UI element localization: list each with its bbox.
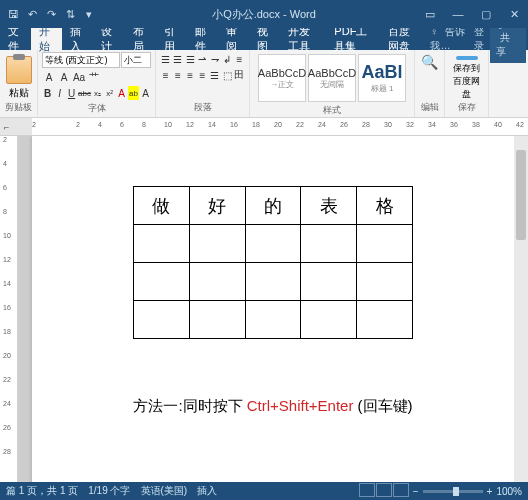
justify-icon[interactable]: ≡	[197, 68, 208, 82]
table-cell[interactable]	[245, 225, 301, 263]
table-cell[interactable]	[134, 301, 190, 339]
group-clipboard-label: 剪贴板	[5, 101, 32, 115]
table-cell[interactable]: 做	[134, 187, 190, 225]
font-color-button[interactable]: A	[116, 86, 127, 100]
style-nospacing[interactable]: AaBbCcD 无间隔	[308, 54, 356, 102]
ribbon-options-icon[interactable]: ▭	[416, 0, 444, 28]
group-paragraph-label: 段落	[160, 101, 245, 115]
method-text: 方法一:同时按下 Ctrl+Shift+Enter (回车键)	[72, 397, 474, 416]
table-cell[interactable]	[357, 263, 413, 301]
multilevel-icon[interactable]: ☰	[185, 52, 196, 66]
group-save-label: 保存	[458, 101, 476, 115]
qat-more-icon[interactable]: ▾	[80, 5, 98, 23]
shrink-font-icon[interactable]: A	[57, 70, 71, 84]
table-cell[interactable]: 表	[301, 187, 357, 225]
table-cell[interactable]	[301, 225, 357, 263]
grow-font-icon[interactable]: A	[42, 70, 56, 84]
table-cell[interactable]	[357, 301, 413, 339]
show-marks-icon[interactable]: ≡	[234, 52, 245, 66]
status-words[interactable]: 1/19 个字	[88, 484, 130, 498]
zoom-out-button[interactable]: −	[413, 486, 419, 497]
font-name-select[interactable]: 等线 (西文正文)	[42, 52, 120, 68]
font-size-select[interactable]: 小二	[121, 52, 151, 68]
table-cell[interactable]	[189, 263, 245, 301]
cloud-save-icon[interactable]	[456, 56, 478, 60]
borders-icon[interactable]: 田	[234, 68, 245, 82]
table-cell[interactable]	[357, 225, 413, 263]
status-page[interactable]: 篇 1 页，共 1 页	[6, 484, 78, 498]
minimize-icon[interactable]: —	[444, 0, 472, 28]
scrollbar-thumb[interactable]	[516, 150, 526, 240]
close-icon[interactable]: ✕	[500, 0, 528, 28]
vertical-ruler[interactable]: 246810121416182022242628	[0, 136, 18, 482]
vertical-scrollbar[interactable]	[514, 136, 528, 482]
view-mode-buttons[interactable]	[358, 483, 409, 499]
italic-button[interactable]: I	[54, 86, 65, 100]
indent-dec-icon[interactable]: ⇀	[197, 52, 208, 66]
status-insert[interactable]: 插入	[197, 484, 217, 498]
qat-save-icon[interactable]: 🖫	[4, 5, 22, 23]
superscript-button[interactable]: x²	[104, 86, 115, 100]
align-center-icon[interactable]: ≡	[172, 68, 183, 82]
document-table[interactable]: 做好的表格	[133, 186, 413, 339]
maximize-icon[interactable]: ▢	[472, 0, 500, 28]
sort-icon[interactable]: ↲	[221, 52, 232, 66]
qat-touch-icon[interactable]: ⇅	[61, 5, 79, 23]
zoom-in-button[interactable]: +	[487, 486, 493, 497]
table-cell[interactable]: 好	[189, 187, 245, 225]
group-styles-label: 样式	[254, 104, 410, 118]
group-editing-label: 编辑	[421, 101, 439, 115]
paste-icon[interactable]	[6, 56, 32, 84]
table-cell[interactable]	[301, 301, 357, 339]
style-normal[interactable]: AaBbCcD →正文	[258, 54, 306, 102]
zoom-slider[interactable]	[423, 490, 483, 493]
table-cell[interactable]	[134, 225, 190, 263]
align-left-icon[interactable]: ≡	[160, 68, 171, 82]
find-icon[interactable]: 🔍	[421, 54, 438, 70]
table-cell[interactable]	[134, 263, 190, 301]
table-cell[interactable]: 格	[357, 187, 413, 225]
zoom-level[interactable]: 100%	[496, 486, 522, 497]
numbering-icon[interactable]: ☰	[172, 52, 183, 66]
bold-button[interactable]: B	[42, 86, 53, 100]
ruler-corner: ⌐	[0, 118, 32, 135]
status-language[interactable]: 英语(美国)	[141, 484, 188, 498]
bullets-icon[interactable]: ☰	[160, 52, 171, 66]
underline-button[interactable]: U	[66, 86, 77, 100]
shading-icon[interactable]: ⬚	[221, 68, 232, 82]
qat-redo-icon[interactable]: ↷	[42, 5, 60, 23]
table-cell[interactable]	[189, 301, 245, 339]
table-cell[interactable]	[301, 263, 357, 301]
document-page[interactable]: 做好的表格 方法一:同时按下 Ctrl+Shift+Enter (回车键)	[32, 136, 514, 482]
indent-inc-icon[interactable]: ⇁	[209, 52, 220, 66]
change-case-icon[interactable]: Aa	[72, 70, 86, 84]
phonetic-icon[interactable]: 艹	[87, 70, 101, 84]
window-title: 小Q办公.docx - Word	[212, 7, 316, 22]
horizontal-ruler[interactable]: 2246810121416182022242628303234363840424…	[32, 118, 528, 135]
qat-undo-icon[interactable]: ↶	[23, 5, 41, 23]
group-font-label: 字体	[42, 102, 151, 116]
align-right-icon[interactable]: ≡	[185, 68, 196, 82]
paste-button[interactable]: 粘贴	[9, 86, 29, 100]
line-spacing-icon[interactable]: ☰	[209, 68, 220, 82]
char-border-button[interactable]: A	[140, 86, 151, 100]
save-cloud-button[interactable]: 保存到百度网盘	[449, 62, 484, 101]
table-cell[interactable]	[245, 301, 301, 339]
table-cell[interactable]	[245, 263, 301, 301]
style-heading1[interactable]: AaBl 标题 1	[358, 54, 406, 102]
table-cell[interactable]: 的	[245, 187, 301, 225]
table-cell[interactable]	[189, 225, 245, 263]
subscript-button[interactable]: x₂	[92, 86, 103, 100]
highlight-button[interactable]: ab	[128, 86, 139, 100]
strike-button[interactable]: abc	[78, 86, 91, 100]
